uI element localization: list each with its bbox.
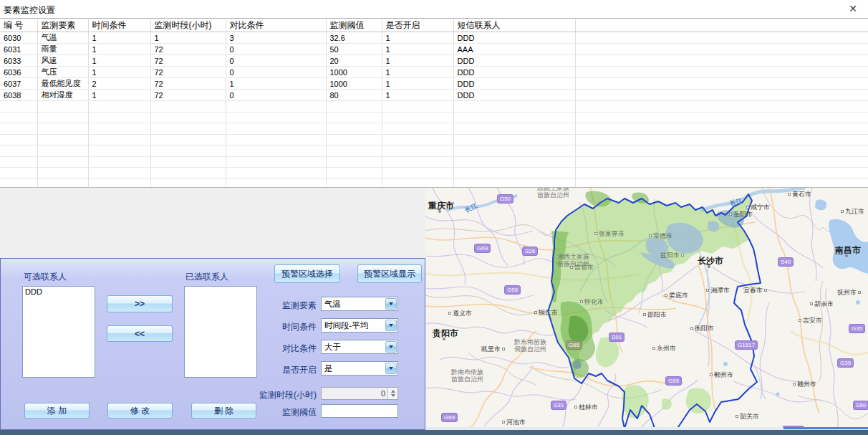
available-contacts-listbox[interactable]: DDD (22, 286, 95, 378)
city-name: 衡阳市 (695, 325, 714, 332)
column-header[interactable]: 对比条件 (226, 19, 326, 32)
table-row[interactable]: 6033风速1720201DDD (0, 55, 868, 67)
list-item[interactable]: DDD (23, 287, 95, 297)
column-header[interactable]: 是否开启 (382, 19, 453, 32)
city-marker-icon (710, 373, 713, 376)
table-cell: 1 (382, 32, 453, 44)
modify-button[interactable]: 修 改 (107, 403, 173, 419)
city-name: 韶关市 (740, 413, 759, 420)
city-name: 常德市 (653, 232, 672, 239)
table-cell (453, 168, 575, 179)
enabled-combobox[interactable]: 是 (321, 361, 398, 376)
table-empty-row (0, 112, 868, 123)
selected-contacts-listbox[interactable] (184, 286, 257, 378)
map-city-label: 吉首市 (570, 264, 594, 271)
table-cell (453, 145, 575, 157)
city-name: 邵阳市 (647, 311, 667, 318)
city-dot-icon (438, 210, 441, 213)
table-cell (0, 156, 37, 168)
city-marker-icon (681, 254, 684, 257)
time-condition-combobox[interactable]: 时间段-平均 (321, 318, 398, 333)
threshold-label: 监测阈值 (248, 406, 317, 419)
table-cell: 1 (382, 55, 453, 67)
period-spinner[interactable]: 0 (321, 387, 398, 400)
city-name: 宜春市 (743, 287, 763, 294)
table-cell: 气温 (37, 32, 88, 44)
move-left-button[interactable]: << (107, 325, 173, 342)
compare-condition-value: 大于 (322, 342, 385, 353)
column-header[interactable]: 监测要素 (37, 19, 88, 32)
dropdown-arrow-button[interactable] (385, 320, 397, 331)
column-header[interactable]: 编 号 (0, 19, 37, 32)
city-name: 长沙市 (698, 257, 723, 264)
table-cell (575, 44, 868, 55)
table-row[interactable]: 6036气压172010001DDD (0, 67, 868, 78)
city-name: 益阳市 (660, 252, 680, 259)
map-view[interactable]: 重庆市黄石市咸宁市九江市岳阳市张家界市常德市益阳市长沙市南昌市湘西土家族苗族自治… (425, 188, 868, 430)
map-city-label: 桂林市 (574, 403, 598, 411)
table-cell (0, 145, 37, 157)
table-cell: 72 (150, 90, 226, 101)
map-city-label: 邵阳市 (643, 311, 667, 318)
table-cell (326, 123, 382, 135)
table-empty-row (0, 123, 868, 135)
road-shield: S40 (778, 257, 794, 267)
road-shield: S91 (609, 333, 625, 342)
map-city-label: 南昌市 (835, 247, 861, 254)
compare-condition-combobox[interactable]: 大于 (321, 340, 398, 354)
warning-area-select-button[interactable]: 预警区域选择 (274, 264, 340, 283)
column-header[interactable]: 监测阈值 (326, 19, 382, 32)
table-cell (575, 55, 868, 67)
table-empty-row (0, 168, 868, 179)
table-cell (575, 168, 868, 179)
dropdown-arrow-button[interactable] (385, 298, 397, 310)
dropdown-arrow-button[interactable] (385, 341, 397, 353)
city-marker-icon (690, 327, 693, 330)
column-header[interactable]: 监测时段(小时) (150, 19, 226, 32)
city-name: 桂林市 (579, 403, 598, 411)
move-right-button[interactable]: >> (107, 295, 173, 312)
city-marker-icon (706, 289, 709, 292)
road-shield: G69 (441, 413, 458, 422)
city-marker-icon (736, 415, 738, 418)
table-row[interactable]: 6031雨量1720501AAA (0, 44, 868, 55)
table-cell (453, 156, 575, 168)
element-combobox[interactable]: 气温 (321, 297, 398, 311)
road-shield: G65 (566, 340, 582, 350)
add-button[interactable]: 添 加 (24, 403, 90, 419)
table-cell (382, 178, 453, 188)
city-marker-icon (570, 266, 573, 269)
threshold-input[interactable] (321, 404, 398, 418)
table-cell (382, 112, 453, 123)
column-header[interactable] (575, 19, 868, 32)
table-cell (382, 168, 453, 179)
table-row[interactable]: 6030气温11332.61DDD (0, 32, 868, 44)
map-city-label: 铜仁市 (534, 309, 558, 316)
table-cell: 0 (226, 90, 326, 101)
element-label: 监测要素 (248, 300, 317, 312)
table-cell (150, 112, 226, 123)
dropdown-arrow-button[interactable] (385, 363, 397, 374)
warning-area-display-button[interactable]: 预警区域显示 (357, 264, 422, 283)
delete-button[interactable]: 删 除 (191, 403, 256, 419)
table-cell (226, 156, 326, 168)
table-row[interactable]: 6038相对湿度1720801DDD (0, 90, 868, 101)
table-cell: 1 (88, 90, 150, 101)
spinner-arrows[interactable] (387, 388, 397, 399)
city-marker-icon (788, 193, 791, 196)
map-city-label: 赣州市 (793, 381, 816, 388)
city-name: 咸宁市 (751, 204, 770, 211)
column-header[interactable]: 时间条件 (88, 19, 150, 32)
chevron-down-icon (389, 302, 393, 305)
close-icon[interactable]: ✕ (847, 3, 859, 14)
road-shield: G55 (665, 376, 682, 386)
table-row[interactable]: 6037最低能见度272110001DDD (0, 78, 868, 90)
column-header[interactable]: 短信联系人 (453, 19, 575, 32)
city-marker-icon (810, 302, 813, 305)
city-marker-icon (580, 300, 583, 303)
map-city-label: 贵阳市 (433, 330, 458, 337)
table-cell (575, 67, 868, 78)
table-cell (37, 168, 88, 179)
city-marker-icon (649, 234, 652, 237)
map-city-label: 娄底市 (665, 292, 688, 299)
